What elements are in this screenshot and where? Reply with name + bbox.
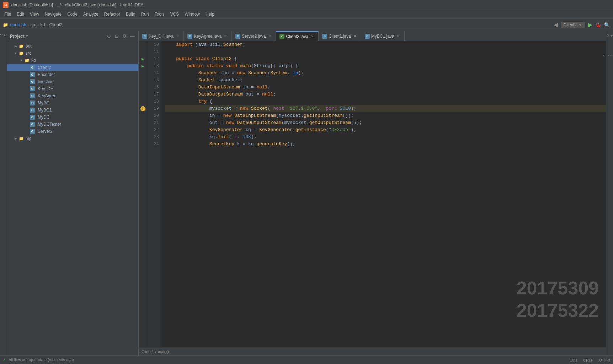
tree-label-src: src [26, 51, 31, 56]
menu-tools[interactable]: Tools [152, 11, 167, 17]
gutter-23 [139, 134, 147, 141]
menu-run[interactable]: Run [138, 11, 152, 17]
tree-item-key-dh[interactable]: C Key_DH [7, 85, 138, 92]
run-config-arrow: ▼ [578, 22, 582, 27]
status-line-ending[interactable]: CRLF [583, 358, 593, 362]
ln-17: 17 [150, 91, 159, 98]
tab-mybc1[interactable]: C MyBC1.java ✕ [361, 31, 405, 41]
project-sidebar: Project ▼ ⊙ ⊟ ⚙ — ▶ 📁 out ▼ 📁 src [7, 31, 139, 355]
menu-build[interactable]: Build [123, 11, 138, 17]
tab-close-key-dh[interactable]: ✕ [175, 34, 180, 39]
menu-edit[interactable]: Edit [14, 11, 27, 17]
java-icon-key-dh: C [30, 86, 35, 91]
hide-button[interactable]: — [129, 33, 135, 39]
tab-close-keyagree[interactable]: ✕ [223, 34, 228, 39]
gutter-10 [139, 41, 147, 48]
menu-view[interactable]: View [27, 11, 42, 17]
menu-refactor[interactable]: Refactor [101, 11, 123, 17]
settings-button[interactable]: ⚙ [121, 33, 128, 39]
tree-item-src[interactable]: ▼ 📁 src [7, 50, 138, 57]
ln-18: 18 [150, 98, 159, 105]
breadcrumb-project[interactable]: xiaolidsb [10, 22, 26, 27]
tab-client1[interactable]: C Client1.java ✕ [319, 31, 361, 41]
tree-item-keyagree[interactable]: C KeyAgree [7, 92, 138, 99]
tab-close-client1[interactable]: ✕ [352, 34, 357, 39]
tree-item-mydctester[interactable]: C MyDCTester [7, 121, 138, 128]
folder-icon-src: 📁 [18, 50, 24, 56]
breadcrumb-sep1: › [28, 22, 29, 27]
sidebar-header: Project ▼ ⊙ ⊟ ⚙ — [7, 31, 138, 41]
tree-item-out[interactable]: ▶ 📁 out [7, 43, 138, 50]
java-icon-mybc: C [30, 100, 35, 105]
tree-item-kd[interactable]: ▼ 📁 kd [7, 57, 138, 64]
run-button[interactable]: ▶ [588, 21, 592, 28]
run-icon-12[interactable]: ▶ [142, 56, 144, 62]
menu-code[interactable]: Code [64, 11, 80, 17]
menu-analyze[interactable]: Analyze [80, 11, 101, 17]
project-tree: ▶ 📁 out ▼ 📁 src ▼ 📁 kd [7, 41, 138, 355]
search-everywhere-button[interactable]: 🔍 [604, 22, 610, 28]
tab-client2[interactable]: C Client2.java ✕ [276, 31, 319, 41]
gutter-24 [139, 141, 147, 148]
tree-label-mybc: MyBC [38, 100, 49, 105]
tree-item-client2[interactable]: C Client2 [7, 64, 138, 71]
menu-navigate[interactable]: Navigate [42, 11, 64, 17]
tree-label-mydctester: MyDCTester [38, 122, 61, 127]
tab-close-server2[interactable]: ✕ [267, 34, 272, 39]
tree-label-key-dh: Key_DH [38, 86, 54, 91]
menu-file[interactable]: File [1, 11, 14, 17]
tree-label-keyagree: KeyAgree [38, 93, 57, 98]
breadcrumb-src[interactable]: src [31, 22, 36, 27]
code-content[interactable]: import java.util.Scanner; public class C… [162, 41, 606, 347]
menu-vcs[interactable]: VCS [167, 11, 182, 17]
tree-item-mybc1[interactable]: C MyBC1 [7, 107, 138, 114]
editor-breadcrumb: Client2 › main() [139, 347, 606, 355]
java-icon-injection: C [30, 79, 35, 84]
tree-label-mydc: MyDC [38, 115, 49, 120]
tab-label-client2: Client2.java [286, 34, 308, 39]
menu-window[interactable]: Window [182, 11, 203, 17]
warn-icon-19[interactable]: ! [140, 106, 145, 111]
expand-arrow-src: ▼ [13, 50, 18, 56]
tree-item-mydc[interactable]: C MyDC [7, 114, 138, 121]
tab-close-mybc1[interactable]: ✕ [396, 34, 401, 39]
status-position[interactable]: 10:1 [570, 358, 577, 362]
debug-button[interactable]: 🐞 [595, 22, 601, 28]
code-editor[interactable]: ▶ ▶ ! 10 [139, 41, 606, 347]
tab-label-key-dh: Key_DH.java [149, 34, 174, 39]
locate-button[interactable]: ⊙ [106, 33, 112, 39]
editor-area: C Key_DH.java ✕ C KeyAgree.java ✕ C Serv… [139, 31, 606, 355]
navigate-back-button[interactable]: ◀ [554, 21, 558, 28]
menu-help[interactable]: Help [203, 11, 217, 17]
status-icon: ✓ [3, 358, 6, 362]
tab-keyagree[interactable]: C KeyAgree.java ✕ [184, 31, 232, 41]
status-encoding[interactable]: UTF-8 [599, 358, 610, 362]
breadcrumb-arrow: › [155, 349, 156, 354]
breadcrumb-kd[interactable]: kd [41, 22, 45, 27]
breadcrumb-method[interactable]: main() [158, 349, 169, 354]
run-icon-13[interactable]: ▶ [142, 64, 144, 69]
tree-item-injection[interactable]: C Injection [7, 78, 138, 85]
code-line-10: import java.util.Scanner; [165, 41, 606, 48]
breadcrumb-sep2: › [38, 22, 39, 27]
ln-13: 13 [150, 63, 159, 70]
dropdown-arrow[interactable]: ▼ [25, 34, 29, 38]
structure-tab[interactable]: Stru [602, 53, 613, 58]
favorites-tab[interactable]: ★2 [606, 33, 613, 39]
breadcrumb-client2[interactable]: Client2 [49, 22, 62, 27]
expand-arrow-out: ▶ [13, 43, 18, 49]
tab-key-dh[interactable]: C Key_DH.java ✕ [139, 31, 184, 41]
tree-item-server2[interactable]: C Server2 [7, 128, 138, 135]
collapse-button[interactable]: ⊟ [113, 33, 120, 39]
status-text: All files are up-to-date (moments ago) [9, 358, 74, 362]
tree-item-encorder[interactable]: C Encorder [7, 71, 138, 78]
tab-server2[interactable]: C Server2.java ✕ [232, 31, 276, 41]
tab-close-client2[interactable]: ✕ [310, 34, 315, 39]
ln-22: 22 [150, 126, 159, 134]
tree-item-mg[interactable]: ▶ 📁 mg [7, 135, 138, 142]
tree-item-mybc[interactable]: C MyBC [7, 99, 138, 107]
code-line-19: mysocket = new Socket( host "127.1.0.0",… [165, 105, 606, 112]
breadcrumb-class[interactable]: Client2 [142, 349, 154, 354]
java-icon-mydc: C [30, 115, 35, 120]
ln-20: 20 [150, 112, 159, 119]
